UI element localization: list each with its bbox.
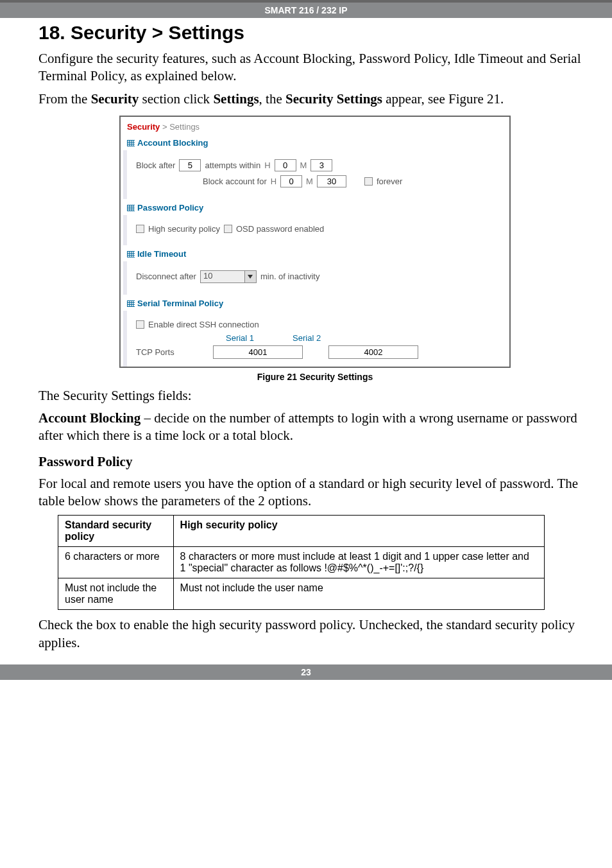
- attempts-h-input[interactable]: [275, 159, 296, 171]
- tcp-ports-label: TCP Ports: [136, 347, 187, 357]
- account-blocking-body: Block after attempts within H M Block ac…: [123, 150, 509, 199]
- bold-security-settings: Security Settings: [285, 91, 382, 107]
- section-idle-timeout: Idle Timeout: [121, 245, 509, 261]
- td: Must not include the user name: [173, 578, 544, 610]
- section-password-policy: Password Policy: [121, 199, 509, 215]
- breadcrumb-settings: Settings: [169, 122, 200, 132]
- section-serial-terminal-policy: Serial Terminal Policy: [121, 295, 509, 311]
- block-account-for-label: Block account for: [203, 177, 267, 186]
- m-label: M: [300, 161, 307, 170]
- block-h-input[interactable]: [280, 175, 302, 187]
- text: From the: [38, 91, 91, 107]
- bold-settings: Settings: [213, 91, 259, 107]
- intro-paragraph-2: From the Security section click Settings…: [38, 91, 591, 108]
- m-label-2: M: [306, 177, 313, 186]
- breadcrumb-security[interactable]: Security: [127, 122, 160, 132]
- td: Must not include the user name: [58, 578, 174, 610]
- table-row: Standard security policy High security p…: [58, 516, 545, 547]
- figure-caption: Figure 21 Security Settings: [38, 372, 591, 382]
- intro-paragraph-1: Configure the security features, such as…: [38, 50, 591, 85]
- policy-table: Standard security policy High security p…: [58, 515, 545, 610]
- header-bar: SMART 216 / 232 IP: [0, 0, 612, 18]
- h-label-2: H: [271, 177, 276, 186]
- table-row: 6 characters or more 8 characters or mor…: [58, 547, 545, 578]
- enable-ssh-label: Enable direct SSH connection: [148, 320, 259, 329]
- attempts-within-label: attempts within: [205, 161, 260, 170]
- serial-terminal-body: Enable direct SSH connection Serial 1 Se…: [123, 311, 509, 367]
- block-m-input[interactable]: [317, 175, 346, 187]
- svg-marker-0: [248, 275, 253, 279]
- idle-timeout-select[interactable]: 10: [200, 270, 257, 283]
- serial2-port-input[interactable]: [328, 345, 418, 359]
- td: 6 characters or more: [58, 547, 174, 578]
- text: section click: [139, 91, 213, 107]
- forever-label: forever: [377, 177, 402, 186]
- serial1-port-input[interactable]: [213, 345, 303, 359]
- security-settings-window: Security > Settings Account Blocking Blo…: [119, 116, 511, 368]
- figure-wrapper: Security > Settings Account Blocking Blo…: [38, 116, 591, 382]
- idle-timeout-body: Disconnect after 10 min. of inactivity: [123, 261, 509, 295]
- serial1-label: Serial 1: [226, 333, 254, 343]
- password-policy-heading: Password Policy: [38, 454, 591, 470]
- text: appear, see Figure 21.: [382, 91, 504, 107]
- account-blocking-desc: Account Blocking – decide on the number …: [38, 410, 591, 445]
- min-inactivity-label: min. of inactivity: [260, 272, 319, 281]
- idle-timeout-value: 10: [201, 271, 244, 281]
- block-after-label: Block after: [136, 161, 175, 170]
- bold-security: Security: [91, 91, 139, 107]
- td: 8 characters or more must include at lea…: [173, 547, 544, 578]
- chevron-down-icon[interactable]: [244, 271, 256, 282]
- password-policy-body: High security policy OSD password enable…: [123, 215, 509, 245]
- account-blocking-bold: Account Blocking: [38, 410, 140, 426]
- password-policy-para: For local and remote users you have the …: [38, 475, 591, 510]
- text: , the: [259, 91, 285, 107]
- section-account-blocking: Account Blocking: [121, 134, 509, 150]
- high-security-label: High security policy: [148, 224, 220, 234]
- breadcrumb-separator: >: [160, 122, 169, 132]
- disconnect-after-label: Disconnect after: [136, 272, 196, 281]
- th-high: High security policy: [173, 516, 544, 547]
- serial2-label: Serial 2: [293, 333, 321, 343]
- enable-ssh-checkbox[interactable]: [136, 320, 144, 329]
- osd-password-label: OSD password enabled: [236, 224, 324, 234]
- closing-para: Check the box to enable the high securit…: [38, 616, 591, 652]
- th-standard: Standard security policy: [58, 516, 174, 547]
- h-label: H: [264, 161, 270, 170]
- forever-checkbox[interactable]: [364, 177, 373, 186]
- breadcrumb: Security > Settings: [121, 117, 509, 134]
- table-row: Must not include the user name Must not …: [58, 578, 545, 610]
- high-security-checkbox[interactable]: [136, 225, 144, 233]
- footer-bar: 23: [0, 664, 612, 680]
- fields-intro: The Security Settings fields:: [38, 387, 591, 404]
- attempts-m-input[interactable]: [310, 159, 332, 171]
- block-after-input[interactable]: [179, 159, 201, 171]
- osd-password-checkbox[interactable]: [224, 225, 232, 233]
- page-title: 18. Security > Settings: [38, 22, 591, 44]
